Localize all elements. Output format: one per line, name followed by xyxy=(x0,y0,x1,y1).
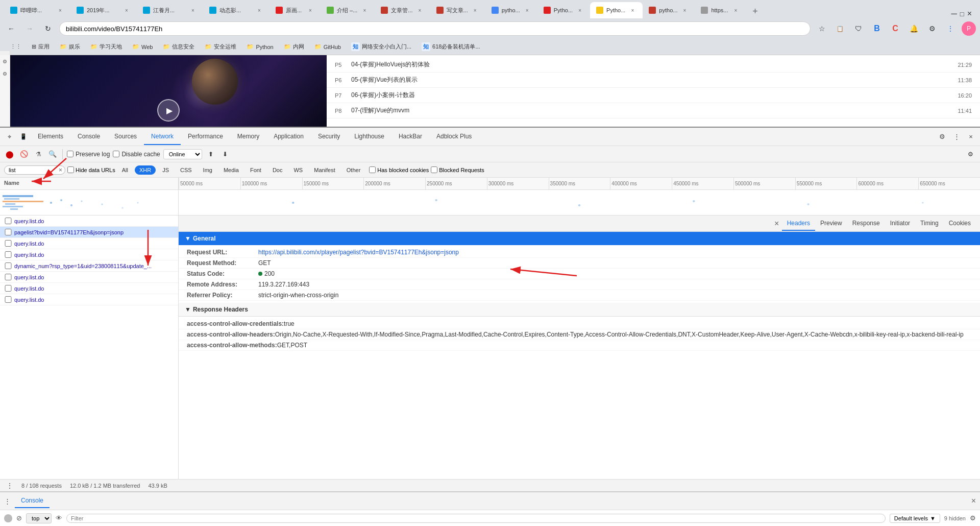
tab-12[interactable]: pytho... × xyxy=(643,2,695,18)
profile-avatar[interactable]: P xyxy=(962,21,976,36)
console-settings-icon[interactable]: ⚙ xyxy=(970,514,976,522)
filter-input[interactable] xyxy=(4,165,65,175)
tab-7[interactable]: 文章管... × xyxy=(375,2,430,18)
network-row-1[interactable]: query.list.do xyxy=(0,216,178,227)
tab-4[interactable]: 动态影... × xyxy=(203,2,270,18)
devtools-tab-sources[interactable]: Sources xyxy=(107,129,144,145)
side-tool-2[interactable]: ⚙ xyxy=(1,69,9,78)
console-record-icon[interactable] xyxy=(4,514,12,522)
detail-tab-preview[interactable]: Preview xyxy=(815,217,847,231)
online-select[interactable]: Online Offline Slow 3G Fast 3G xyxy=(163,149,202,159)
tab-close-1[interactable]: × xyxy=(56,6,64,14)
network-row-4[interactable]: query.list.do xyxy=(0,249,178,260)
filter-ws[interactable]: WS xyxy=(289,165,307,175)
filter-js[interactable]: JS xyxy=(158,165,174,175)
toolbar-icon-4[interactable]: C xyxy=(888,21,902,36)
detail-close-btn[interactable]: × xyxy=(772,219,782,229)
bookmark-folder-1[interactable]: 📁 娱乐 xyxy=(56,42,84,52)
bookmark-folder-8[interactable]: 📁 GitHub xyxy=(310,42,345,51)
filter-all[interactable]: All xyxy=(117,165,133,175)
download-icon[interactable]: ⬇ xyxy=(219,149,231,160)
row-checkbox-2[interactable] xyxy=(4,229,12,235)
tab-11[interactable]: Pytho... × xyxy=(590,2,643,18)
has-blocked-cookies-checkbox[interactable] xyxy=(369,166,376,173)
tab-close-8[interactable]: × xyxy=(471,6,479,14)
devtools-device-icon[interactable]: 📱 xyxy=(16,130,31,144)
maximize-button[interactable]: □ xyxy=(960,10,964,18)
tab-8[interactable]: 写文章... × xyxy=(430,2,485,18)
row-checkbox-7[interactable] xyxy=(4,285,12,292)
filter-clear-icon[interactable]: × xyxy=(59,166,62,174)
new-tab-button[interactable]: + xyxy=(748,4,762,18)
video-item-p7[interactable]: P7 06-(掌握)小案例-计数器 16:20 xyxy=(327,88,980,103)
tab-13[interactable]: https... × xyxy=(695,2,746,18)
devtools-tab-memory[interactable]: Memory xyxy=(230,129,266,145)
filter-css[interactable]: CSS xyxy=(176,165,197,175)
toolbar-icon-6[interactable]: ⚙ xyxy=(925,21,939,36)
hide-data-urls-checkbox[interactable] xyxy=(67,166,74,173)
devtools-tab-performance[interactable]: Performance xyxy=(181,129,230,145)
devtools-more-icon[interactable]: ⋮ xyxy=(949,130,964,144)
search-icon-btn[interactable]: 🔍 xyxy=(47,149,58,160)
bookmark-folder-2[interactable]: 📁 学习天地 xyxy=(86,42,126,52)
apps-button[interactable]: ⋮⋮ xyxy=(6,42,26,51)
devtools-tab-network[interactable]: Network xyxy=(144,129,181,145)
devtools-selector-icon[interactable]: ⌖ xyxy=(2,130,16,144)
bookmark-folder-6[interactable]: 📁 Python xyxy=(242,42,277,51)
video-player[interactable]: ▶ xyxy=(10,55,327,127)
video-item-p5[interactable]: P5 04-(掌握)HelloVuejs的初体验 21:29 xyxy=(327,57,980,73)
toolbar-icon-3[interactable]: B xyxy=(870,21,884,36)
response-headers-section-header[interactable]: ▼ Response Headers xyxy=(179,303,980,317)
row-checkbox-3[interactable] xyxy=(4,240,12,247)
disable-cache-label[interactable]: Disable cache xyxy=(113,151,160,158)
console-block-icon[interactable]: ⊘ xyxy=(16,514,22,522)
row-checkbox-6[interactable] xyxy=(4,274,12,280)
more-options-icon[interactable]: ⋮ xyxy=(6,482,13,490)
tab-3[interactable]: 江養月... × xyxy=(137,2,203,18)
tab-close-2[interactable]: × xyxy=(122,6,131,14)
blocked-requests-label[interactable]: Blocked Requests xyxy=(431,166,484,173)
filter-media[interactable]: Media xyxy=(219,165,243,175)
bookmark-folder-4[interactable]: 📁 信息安全 xyxy=(159,42,199,52)
video-item-p6[interactable]: P6 05-(掌握)Vue列表的展示 11:38 xyxy=(327,73,980,88)
toolbar-icon-7[interactable]: ⋮ xyxy=(943,21,958,36)
tab-close-12[interactable]: × xyxy=(680,6,689,14)
toolbar-icon-1[interactable]: 📋 xyxy=(833,21,847,36)
devtools-tab-adblock[interactable]: Adblock Plus xyxy=(429,129,479,145)
row-checkbox-1[interactable] xyxy=(4,218,12,224)
reload-button[interactable]: ↻ xyxy=(41,21,55,36)
network-row-3[interactable]: query.list.do xyxy=(0,238,178,249)
devtools-tab-lighthouse[interactable]: Lighthouse xyxy=(347,129,391,145)
tab-close-9[interactable]: × xyxy=(523,6,531,14)
devtools-tab-console[interactable]: Console xyxy=(70,129,107,145)
tab-close-6[interactable]: × xyxy=(360,6,369,14)
filter-xhr[interactable]: XHR xyxy=(135,165,156,175)
bookmark-folder-3[interactable]: 📁 Web xyxy=(128,42,157,51)
console-menu-icon[interactable]: ⋮ xyxy=(4,497,11,505)
network-row-8[interactable]: query.list.do xyxy=(0,294,178,305)
devtools-settings-icon[interactable]: ⚙ xyxy=(935,130,949,144)
row-checkbox-4[interactable] xyxy=(4,251,12,258)
network-row-5[interactable]: dynamic_num?rsp_type=1&uid=238008115&upd… xyxy=(0,260,178,272)
clear-button[interactable]: 🚫 xyxy=(18,149,30,160)
devtools-tab-application[interactable]: Application xyxy=(266,129,311,145)
filter-other[interactable]: Other xyxy=(342,165,365,175)
filter-manifest[interactable]: Manifest xyxy=(309,165,340,175)
close-button[interactable]: × xyxy=(967,9,972,18)
tab-5[interactable]: 原画... × xyxy=(270,2,321,18)
tab-6[interactable]: 介绍 –... × xyxy=(321,2,375,18)
detail-tab-response[interactable]: Response xyxy=(847,217,885,231)
row-checkbox-5[interactable] xyxy=(4,262,12,269)
tab-close-11[interactable]: × xyxy=(628,6,636,14)
preserve-log-label[interactable]: Preserve log xyxy=(67,151,110,158)
preserve-log-checkbox[interactable] xyxy=(67,151,74,157)
filter-doc[interactable]: Doc xyxy=(268,165,287,175)
console-close-btn[interactable]: × xyxy=(971,496,976,506)
tab-close-3[interactable]: × xyxy=(189,6,197,14)
filter-img[interactable]: Img xyxy=(199,165,217,175)
bookmark-zhidao-1[interactable]: 知 网络安全小白入门... xyxy=(347,41,415,52)
console-filter-input[interactable] xyxy=(66,514,886,523)
network-row-6[interactable]: query.list.do xyxy=(0,272,178,283)
detail-tab-initiator[interactable]: Initiator xyxy=(885,217,915,231)
bookmark-zhidao-2[interactable]: 知 618必备装机清单... xyxy=(418,41,484,52)
